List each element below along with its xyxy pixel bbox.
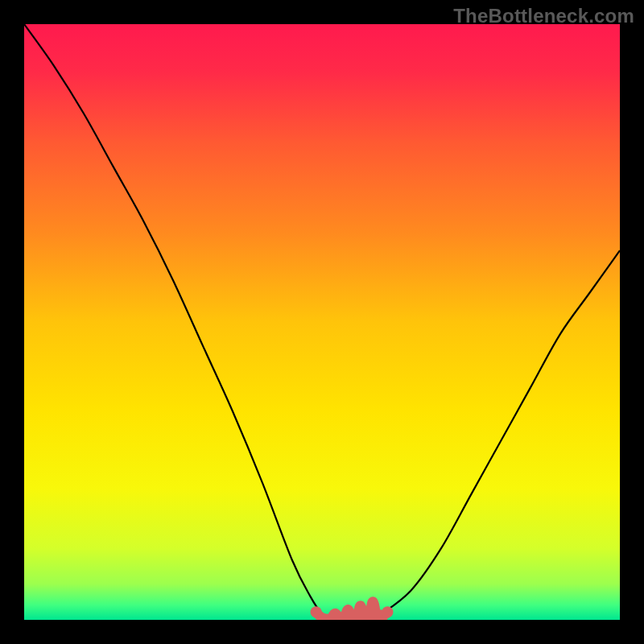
svg-point-1 <box>311 606 322 617</box>
bottleneck-chart-canvas: TheBottleneck.com <box>0 0 644 644</box>
plot-area <box>24 24 620 620</box>
watermark-text: TheBottleneck.com <box>453 5 634 27</box>
svg-point-2 <box>382 606 393 617</box>
optimal-zone-band <box>24 24 620 620</box>
